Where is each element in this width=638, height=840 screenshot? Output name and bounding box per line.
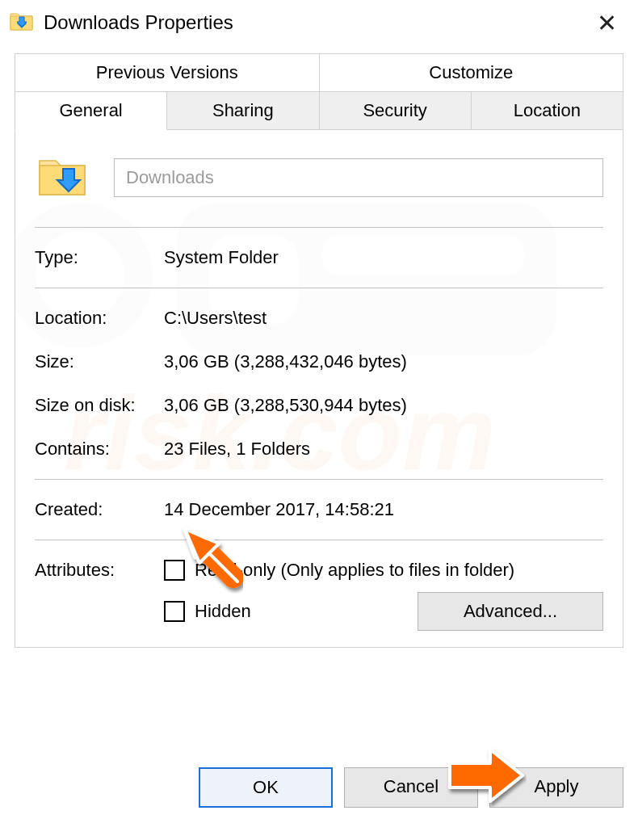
attributes-section: Attributes: Read-only (Only applies to f… <box>35 560 603 631</box>
type-label: Type: <box>35 247 164 268</box>
tab-general[interactable]: General <box>15 91 167 130</box>
created-label: Created: <box>35 499 164 520</box>
window-title: Downloads Properties <box>44 11 233 34</box>
tab-security[interactable]: Security <box>320 91 472 130</box>
size-value: 3,06 GB (3,288,432,046 bytes) <box>164 351 603 372</box>
dialog-footer: OK Cancel Apply <box>0 756 638 819</box>
contains-value: 23 Files, 1 Folders <box>164 439 603 460</box>
info-section-2: Location: C:\Users\test Size: 3,06 GB (3… <box>35 308 603 460</box>
type-value: System Folder <box>164 247 603 268</box>
tab-previous-versions[interactable]: Previous Versions <box>15 54 320 91</box>
separator <box>35 479 603 480</box>
hidden-label: Hidden <box>195 601 251 622</box>
info-section-3: Created: 14 December 2017, 14:58:21 <box>35 499 603 520</box>
tabs-row-top: Previous Versions Customize <box>15 53 623 91</box>
folder-name-field[interactable]: Downloads <box>114 158 603 197</box>
tabs-row-bottom: General Sharing Security Location <box>15 91 623 130</box>
separator <box>35 227 603 228</box>
contains-label: Contains: <box>35 439 164 460</box>
info-section-1: Type: System Folder <box>35 247 603 268</box>
location-value: C:\Users\test <box>164 308 603 329</box>
tab-customize[interactable]: Customize <box>320 54 623 91</box>
hidden-checkbox[interactable] <box>164 601 185 622</box>
close-button[interactable]: ✕ <box>586 6 628 40</box>
size-label: Size: <box>35 351 164 372</box>
location-label: Location: <box>35 308 164 329</box>
ok-button[interactable]: OK <box>199 767 333 808</box>
folder-header-row: Downloads <box>35 148 603 208</box>
tab-panel-general: risk.com Downloads Type: System Folder L… <box>15 130 623 648</box>
folder-large-icon <box>35 148 91 208</box>
separator <box>35 540 603 540</box>
title-bar: Downloads Properties ✕ <box>0 0 638 45</box>
tab-location[interactable]: Location <box>472 91 623 130</box>
svg-point-1 <box>36 231 124 320</box>
created-value: 14 December 2017, 14:58:21 <box>164 499 603 520</box>
annotation-arrow-icon <box>446 743 527 808</box>
annotation-arrow-icon <box>177 521 250 594</box>
folder-icon <box>8 7 36 38</box>
advanced-button[interactable]: Advanced... <box>418 592 603 631</box>
size-on-disk-value: 3,06 GB (3,288,530,944 bytes) <box>164 395 603 416</box>
separator <box>35 288 603 288</box>
size-on-disk-label: Size on disk: <box>35 395 164 416</box>
attributes-label: Attributes: <box>35 560 164 631</box>
tab-sharing[interactable]: Sharing <box>167 91 319 130</box>
